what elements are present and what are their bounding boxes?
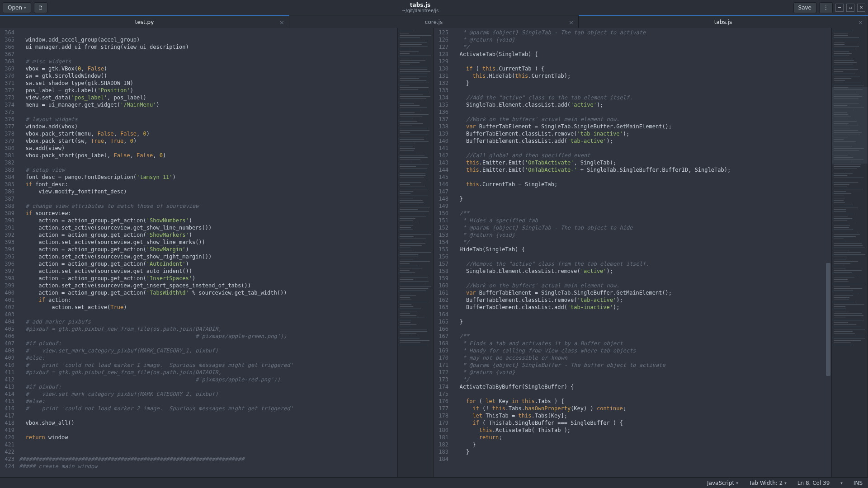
maximize-button[interactable]: ▫ [846, 4, 854, 12]
save-button[interactable]: Save [793, 2, 816, 13]
line-gutter: 125 126 127 128 129 130 131 132 133 134 … [434, 28, 451, 477]
tab-core-js[interactable]: core.js × [289, 15, 579, 28]
minimize-icon: ─ [838, 5, 841, 10]
minimap[interactable] [831, 28, 868, 477]
close-icon: ✕ [859, 5, 863, 10]
tab-close-icon[interactable]: × [858, 19, 863, 26]
goto-line-selector[interactable]: ▾ [840, 481, 843, 485]
open-label: Open [8, 5, 22, 11]
tab-width-selector[interactable]: Tab Width: 2▾ [749, 480, 787, 486]
minimap[interactable] [397, 28, 434, 477]
statusbar: JavaScript▾ Tab Width: 2▾ Ln 8, Col 39 ▾… [0, 477, 868, 488]
cursor-position[interactable]: Ln 8, Col 39 [797, 480, 830, 486]
scrollbar-thumb[interactable] [826, 263, 830, 376]
insert-mode[interactable]: INS [854, 480, 863, 486]
language-selector[interactable]: JavaScript▾ [707, 480, 738, 486]
chevron-down-icon: ▾ [736, 481, 738, 485]
left-pane: 364 365 366 367 368 369 370 371 372 373 … [0, 28, 434, 477]
tab-label: core.js [425, 19, 443, 25]
chevron-down-icon: ▾ [840, 481, 843, 485]
minimize-button[interactable]: ─ [835, 4, 844, 12]
chevron-down-icon: ▾ [784, 481, 787, 485]
kebab-icon: ⋮ [823, 5, 829, 11]
new-document-icon: 🗋 [38, 5, 43, 11]
line-gutter: 364 365 366 367 368 369 370 371 372 373 … [0, 28, 17, 477]
code-editor[interactable]: * @param {object} SingleTab - The tab ob… [451, 28, 831, 477]
tab-tabs-js[interactable]: tabs.js × [579, 15, 868, 28]
right-pane: 125 126 127 128 129 130 131 132 133 134 … [434, 28, 868, 477]
tab-close-icon[interactable]: × [569, 19, 574, 26]
window-title: tabs.js [47, 2, 793, 8]
title-area: tabs.js ~/git/daintree/js [47, 2, 793, 13]
hamburger-menu-button[interactable]: ⋮ [819, 2, 833, 13]
window-subtitle: ~/git/daintree/js [47, 8, 793, 13]
scrollbar[interactable] [826, 28, 830, 477]
tab-label: test.py [135, 19, 154, 25]
editor-tabs: test.py × core.js × tabs.js × [0, 15, 868, 28]
titlebar: Open ▾ 🗋 tabs.js ~/git/daintree/js Save … [0, 0, 868, 15]
open-button[interactable]: Open ▾ [3, 2, 31, 13]
chevron-down-icon: ▾ [24, 5, 26, 10]
new-document-button[interactable]: 🗋 [34, 2, 47, 13]
editor-panes: 364 365 366 367 368 369 370 371 372 373 … [0, 28, 868, 477]
tab-test-py[interactable]: test.py × [0, 15, 289, 28]
tab-label: tabs.js [714, 19, 732, 25]
tab-close-icon[interactable]: × [279, 19, 284, 26]
close-button[interactable]: ✕ [857, 4, 865, 12]
maximize-icon: ▫ [849, 5, 852, 10]
code-editor[interactable]: window.add_accel_group(accel_group) ui_m… [17, 28, 397, 477]
